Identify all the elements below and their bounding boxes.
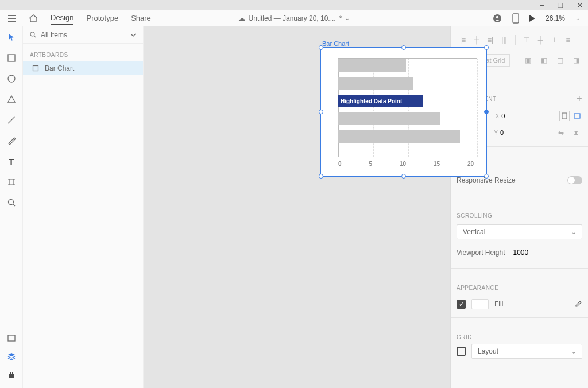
- bool-add-icon[interactable]: ▣: [521, 55, 534, 66]
- cloud-icon: ☁: [238, 14, 245, 22]
- svg-point-1: [496, 15, 498, 18]
- flip-h-icon[interactable]: ⇋: [555, 127, 567, 138]
- resize-handle-tl[interactable]: [319, 45, 323, 50]
- top-bar: Design Prototype Share ☁ Untitled — Janu…: [0, 10, 588, 26]
- grid-section-label: GRID: [457, 334, 472, 340]
- fill-color-swatch[interactable]: [471, 299, 489, 309]
- tab-share[interactable]: Share: [131, 11, 151, 25]
- bool-exclude-icon[interactable]: ◨: [570, 55, 582, 66]
- svg-rect-9: [9, 374, 14, 378]
- user-icon[interactable]: [493, 14, 502, 23]
- bool-intersect-icon[interactable]: ◫: [554, 55, 566, 66]
- pen-tool[interactable]: [6, 135, 17, 146]
- svg-point-6: [8, 200, 13, 205]
- appearance-section-label: APPEARANCE: [457, 285, 498, 291]
- svg-point-4: [8, 75, 15, 82]
- chevron-down-icon: ⌄: [571, 229, 576, 235]
- window-controls: − □ ✕: [0, 0, 588, 10]
- svg-line-13: [34, 36, 36, 37]
- artboard-icon: [32, 65, 39, 72]
- resize-handle-br[interactable]: [484, 174, 489, 179]
- bool-subtract-icon[interactable]: ◧: [537, 55, 550, 66]
- minimize-button[interactable]: −: [539, 1, 544, 10]
- ellipse-tool[interactable]: [6, 73, 17, 84]
- align-vcenter-icon[interactable]: ┼: [534, 34, 547, 46]
- landscape-button[interactable]: [572, 111, 582, 121]
- align-right-icon[interactable]: ≡|: [484, 34, 497, 46]
- tab-prototype[interactable]: Prototype: [86, 11, 118, 25]
- grid-mode-select[interactable]: Layout⌄: [471, 344, 582, 359]
- chevron-down-icon: ⌄: [571, 348, 576, 355]
- plugins-icon[interactable]: [6, 370, 17, 380]
- toolbar: T: [0, 26, 23, 388]
- viewport-height-label: Viewport Height: [457, 249, 505, 257]
- menu-icon[interactable]: [8, 15, 16, 22]
- close-button[interactable]: ✕: [577, 1, 583, 10]
- tab-design[interactable]: Design: [51, 11, 74, 25]
- viewport-height-input[interactable]: [513, 249, 542, 257]
- maximize-button[interactable]: □: [558, 1, 563, 10]
- svg-rect-14: [33, 66, 38, 71]
- zoom-tool[interactable]: [6, 197, 17, 208]
- svg-line-5: [8, 117, 15, 123]
- layers-panel: All Items ARTBOARDS Bar Chart: [23, 26, 144, 388]
- select-tool[interactable]: [6, 32, 17, 42]
- svg-rect-10: [10, 372, 11, 374]
- search-icon: [30, 32, 36, 38]
- y-input[interactable]: [500, 128, 523, 138]
- polygon-tool[interactable]: [6, 94, 17, 104]
- fill-label: Fill: [494, 300, 503, 308]
- resize-handle-tc[interactable]: [401, 45, 406, 50]
- artboard-title[interactable]: Bar Chart: [322, 40, 349, 47]
- resize-handle-bl[interactable]: [319, 174, 323, 179]
- home-icon[interactable]: [29, 14, 38, 22]
- grid-checkbox[interactable]: [457, 347, 466, 356]
- zoom-value[interactable]: 26.1%: [546, 14, 565, 22]
- eyedropper-icon[interactable]: [574, 300, 582, 308]
- align-left-icon[interactable]: |≡: [457, 34, 469, 46]
- portrait-button[interactable]: [559, 111, 570, 121]
- distribute-v-icon[interactable]: ≡: [562, 34, 574, 46]
- text-tool[interactable]: T: [6, 156, 17, 166]
- resize-handle-tr[interactable]: [484, 45, 489, 50]
- x-input[interactable]: [501, 111, 524, 121]
- svg-rect-2: [513, 14, 519, 23]
- align-bottom-icon[interactable]: ⊥: [548, 34, 560, 46]
- svg-line-7: [13, 204, 15, 207]
- play-button[interactable]: [529, 15, 535, 22]
- responsive-resize-toggle[interactable]: [567, 176, 582, 184]
- resize-handle-ml[interactable]: [319, 110, 323, 114]
- svg-rect-3: [8, 55, 15, 61]
- line-tool[interactable]: [6, 115, 17, 125]
- selection-outline: [320, 47, 487, 177]
- canvas[interactable]: Bar Chart Highlighted Data Point 0510152…: [144, 26, 450, 388]
- layers-search[interactable]: All Items: [23, 26, 143, 44]
- add-component-button[interactable]: +: [577, 94, 582, 104]
- document-title[interactable]: ☁ Untitled — January 20, 10.... * ⌄: [238, 14, 350, 22]
- artboards-section-label: ARTBOARDS: [23, 44, 143, 61]
- distribute-h-icon[interactable]: |||: [498, 34, 510, 46]
- fill-checkbox[interactable]: ✓: [457, 300, 466, 309]
- chevron-down-icon[interactable]: [130, 33, 136, 37]
- resize-handle-mr[interactable]: [484, 110, 489, 114]
- assets-icon[interactable]: [6, 333, 17, 343]
- rectangle-tool[interactable]: [6, 53, 17, 63]
- scroll-mode-select[interactable]: Vertical⌄: [457, 224, 582, 239]
- align-top-icon[interactable]: ⊤: [520, 34, 533, 46]
- scrolling-section-label: SCROLLING: [457, 212, 492, 219]
- svg-rect-16: [574, 114, 580, 118]
- chevron-down-icon[interactable]: ⌄: [345, 15, 350, 21]
- svg-rect-11: [12, 372, 13, 374]
- flip-v-icon[interactable]: ⧗: [570, 127, 582, 138]
- svg-rect-8: [8, 335, 15, 341]
- device-icon[interactable]: [512, 13, 519, 24]
- chevron-down-icon[interactable]: ⌄: [575, 15, 580, 21]
- artboard-tool[interactable]: [6, 177, 17, 187]
- layers-icon[interactable]: [6, 351, 17, 362]
- svg-rect-15: [562, 113, 567, 119]
- svg-point-12: [30, 32, 34, 36]
- artboard-item-bar-chart[interactable]: Bar Chart: [23, 61, 143, 75]
- resize-handle-bc[interactable]: [401, 174, 406, 179]
- align-hcenter-icon[interactable]: ╪: [470, 34, 483, 46]
